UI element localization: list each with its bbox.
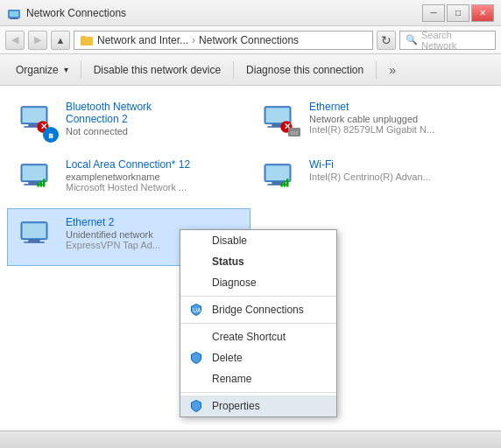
search-placeholder: Search Network (421, 30, 490, 51)
up-icon: ▲ (56, 35, 66, 46)
context-menu-separator3 (180, 392, 336, 393)
more-button[interactable]: » (380, 57, 405, 83)
computer-icon (17, 216, 52, 251)
disable-button[interactable]: Disable this network device (85, 57, 229, 83)
disable-menu-label: Disable (212, 234, 247, 247)
context-menu-disable[interactable]: Disable (180, 230, 336, 251)
forward-icon: ▶ (34, 34, 41, 46)
computer-icon (17, 158, 52, 193)
bridge-menu-label: Bridge Connections (212, 304, 304, 316)
network-status: Not connected (66, 126, 241, 136)
ethernet-overlay-icon (286, 124, 302, 143)
svg-rect-1 (10, 11, 18, 17)
context-menu-rename[interactable]: Rename (180, 368, 336, 389)
svg-rect-35 (286, 178, 289, 186)
svg-rect-7 (23, 108, 46, 122)
window-title: Network Connections (26, 7, 417, 19)
forward-button[interactable]: ▶ (28, 31, 47, 50)
organize-chevron-icon: ▾ (64, 65, 68, 74)
context-menu-properties[interactable]: Properties (180, 396, 336, 416)
context-menu-separator2 (180, 323, 336, 324)
context-menu-diagnose[interactable]: Diagnose (180, 272, 336, 293)
maximize-button[interactable]: □ (447, 4, 469, 22)
svg-rect-39 (24, 242, 44, 243)
shield-icon (189, 351, 203, 365)
network-icon-wrapper: ✕ (260, 101, 302, 143)
svg-rect-30 (266, 165, 290, 180)
title-bar: Network Connections ─ □ ✕ (0, 0, 501, 26)
toolbar: Organize ▾ Disable this network device D… (0, 54, 501, 86)
delete-menu-label: Delete (212, 352, 243, 364)
svg-rect-27 (40, 181, 43, 187)
svg-rect-23 (23, 165, 46, 180)
network-status: Network cable unplugged (309, 114, 484, 124)
search-icon: 🔍 (406, 34, 418, 46)
svg-rect-34 (284, 181, 286, 187)
refresh-icon: ↻ (381, 33, 392, 47)
shield-icon: UAC (189, 303, 203, 317)
network-name: Bluetooth NetworkConnection 2 (66, 101, 241, 125)
status-bar (0, 430, 501, 448)
refresh-button[interactable]: ↻ (377, 31, 396, 50)
network-icon-wrapper (260, 158, 302, 200)
close-button[interactable]: ✕ (471, 4, 494, 22)
network-info: Ethernet Network cable unplugged Intel(R… (309, 101, 484, 135)
list-item[interactable]: ✕ ʙ Bluetooth NetworkConnection 2 Not co… (7, 93, 250, 150)
context-menu-delete[interactable]: Delete (180, 347, 336, 368)
folder-icon (80, 33, 94, 47)
svg-rect-33 (280, 183, 283, 186)
context-menu-bridge[interactable]: UAC Bridge Connections (180, 299, 336, 320)
svg-rect-28 (43, 178, 46, 186)
window-icon (7, 6, 21, 20)
diagnose-menu-label: Diagnose (212, 276, 257, 289)
network-status: examplenetworkname (66, 172, 241, 182)
toolbar-separator1 (81, 61, 81, 79)
svg-rect-3 (10, 18, 18, 19)
network-info: Wi-Fi Intel(R) Centrino(R) Advan... (309, 158, 484, 182)
rename-menu-label: Rename (212, 373, 251, 385)
organize-label: Organize (16, 64, 59, 76)
path-part1: Network and Inter... (97, 34, 188, 46)
network-icon-wrapper: ✕ ʙ (17, 101, 59, 143)
back-icon: ◀ (11, 34, 18, 46)
bluetooth-overlay-icon: ʙ (43, 127, 59, 143)
context-menu-shortcut[interactable]: Create Shortcut (180, 326, 336, 347)
svg-rect-19 (291, 131, 293, 135)
shield-icon (189, 399, 203, 413)
svg-rect-5 (81, 36, 86, 38)
network-name: Local Area Connection* 12 (66, 158, 241, 171)
svg-rect-13 (266, 108, 290, 122)
address-path[interactable]: Network and Inter... › Network Connectio… (74, 31, 373, 50)
network-info: Bluetooth NetworkConnection 2 Not connec… (66, 101, 241, 136)
svg-rect-26 (37, 183, 39, 186)
window-controls: ─ □ ✕ (422, 4, 494, 22)
svg-rect-37 (23, 223, 46, 238)
organize-button[interactable]: Organize ▾ (7, 57, 77, 83)
network-name: Wi-Fi (309, 158, 484, 171)
list-item[interactable]: ✕ Ethernet Network cable unplugged Intel… (250, 93, 494, 150)
back-button[interactable]: ◀ (5, 31, 25, 50)
shortcut-menu-label: Create Shortcut (212, 331, 286, 343)
list-item[interactable]: Local Area Connection* 12 examplenetwork… (7, 150, 250, 208)
address-bar: ◀ ▶ ▲ Network and Inter... › Network Con… (0, 26, 501, 54)
list-item[interactable]: Wi-Fi Intel(R) Centrino(R) Advan... (250, 150, 494, 208)
properties-menu-label: Properties (212, 400, 260, 412)
network-info: Local Area Connection* 12 examplenetwork… (66, 158, 241, 192)
search-box[interactable]: 🔍 Search Network (399, 31, 496, 50)
network-detail: Intel(R) Centrino(R) Advan... (309, 172, 484, 182)
diagnose-label: Diagnose this connection (246, 64, 363, 76)
more-icon: » (389, 63, 396, 77)
diagnose-button[interactable]: Diagnose this connection (237, 57, 372, 83)
toolbar-separator3 (376, 61, 377, 79)
svg-rect-20 (293, 131, 295, 135)
network-detail: Microsoft Hosted Network ... (66, 182, 241, 192)
context-menu-status[interactable]: Status (180, 251, 336, 272)
network-icon-wrapper (17, 158, 59, 200)
minimize-button[interactable]: ─ (422, 4, 445, 22)
path-part2: Network Connections (199, 34, 299, 46)
up-button[interactable]: ▲ (51, 31, 70, 50)
network-name: Ethernet (309, 101, 484, 113)
network-icon-wrapper (17, 216, 59, 258)
svg-rect-21 (296, 131, 298, 135)
path-separator1: › (192, 34, 195, 46)
